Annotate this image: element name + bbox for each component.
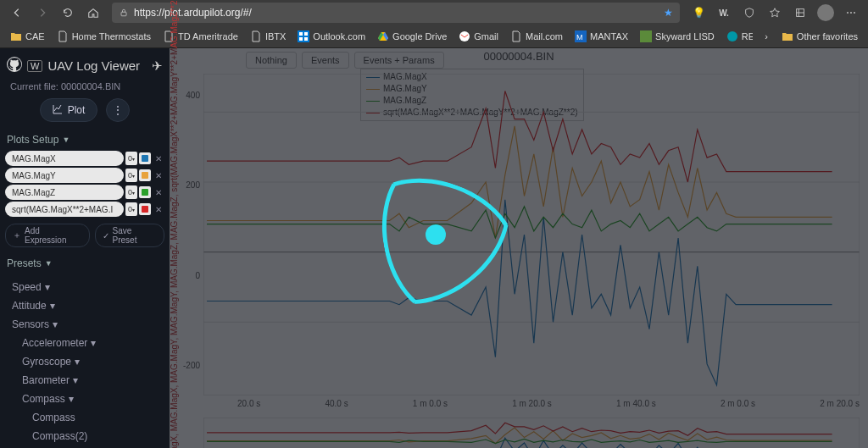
caret-icon: ▾ xyxy=(73,374,78,386)
bookmark-item[interactable]: Gmail xyxy=(453,29,504,44)
refresh-button[interactable] xyxy=(56,1,80,25)
lock-icon xyxy=(119,8,129,18)
caret-icon: ▾ xyxy=(91,337,96,349)
preset-item[interactable]: Gyroscope ▾ xyxy=(5,352,164,371)
delete-expression-button[interactable]: ✕ xyxy=(153,152,164,164)
y-axis-ticks: 4002000-200 xyxy=(175,91,200,370)
plane-icon: ✈ xyxy=(152,58,163,74)
preset-item[interactable]: Compass(2) xyxy=(5,427,164,445)
forward-button[interactable] xyxy=(31,1,54,25)
delete-expression-button[interactable]: ✕ xyxy=(153,186,164,198)
bookmark-item[interactable]: CAE xyxy=(5,29,50,44)
plot-toolbar: Nothing Events Events + Params xyxy=(246,52,444,69)
bookmark-icon: M xyxy=(575,30,587,42)
app-header: W UAV Log Viewer ✈ xyxy=(5,53,164,78)
caret-icon: ▾ xyxy=(53,318,58,330)
bookmark-item[interactable]: Outlook.com xyxy=(292,29,370,44)
bookmark-item[interactable]: REVTRAK xyxy=(721,29,753,44)
wiki-icon[interactable]: W xyxy=(27,60,42,72)
preset-item[interactable]: Attitude ▾ xyxy=(5,296,164,315)
plots-setup-header[interactable]: Plots Setup▼ xyxy=(5,130,164,149)
bookmark-item[interactable]: Home Thermostats xyxy=(52,29,156,44)
expression-row: 0▾✕ xyxy=(5,168,164,183)
svg-rect-17 xyxy=(203,74,860,395)
home-button[interactable] xyxy=(81,1,105,25)
profile-button[interactable] xyxy=(814,1,837,25)
chart-icon xyxy=(53,104,63,117)
app-root: W UAV Log Viewer ✈ Current file: 0000000… xyxy=(0,48,868,448)
preset-item[interactable]: Sensors ▾ xyxy=(5,315,164,334)
github-icon[interactable] xyxy=(7,57,22,75)
app-title: UAV Log Viewer xyxy=(47,58,147,73)
url-text: https://plot.ardupilot.org/#/ xyxy=(134,7,659,19)
svg-text:M: M xyxy=(576,33,583,41)
preset-item[interactable]: Barometer ▾ xyxy=(5,371,164,390)
bookmark-bar: CAEHome ThermostatsTD AmeritradeIBTXOutl… xyxy=(0,25,868,48)
expression-input[interactable] xyxy=(5,168,124,183)
sidebar: W UAV Log Viewer ✈ Current file: 0000000… xyxy=(0,48,170,448)
expression-row: 0▾✕ xyxy=(5,151,164,166)
svg-rect-5 xyxy=(299,37,303,41)
bookmark-item[interactable]: Mail.com xyxy=(505,29,568,44)
color-swatch[interactable] xyxy=(139,169,151,181)
expression-row: 0▾✕ xyxy=(5,202,164,217)
bookmark-item[interactable]: Skyward LISD xyxy=(635,29,720,44)
save-preset-button[interactable]: ✓Save Preset xyxy=(95,224,164,247)
delete-expression-button[interactable]: ✕ xyxy=(153,203,164,215)
svg-point-7 xyxy=(459,31,470,41)
expression-input[interactable] xyxy=(5,151,124,166)
caret-icon: ▾ xyxy=(69,393,74,405)
bookmark-overflow[interactable]: › xyxy=(760,30,773,43)
other-favorites[interactable]: Other favorites xyxy=(776,29,863,44)
address-bar[interactable]: https://plot.ardupilot.org/#/ ★ xyxy=(112,3,680,23)
bookmark-icon xyxy=(640,30,652,42)
ext-lightbulb-icon[interactable]: 💡 xyxy=(687,1,710,25)
plot-menu-button[interactable]: ⋮ xyxy=(106,98,130,122)
ext-w-icon[interactable]: W. xyxy=(712,1,736,25)
main-chart[interactable] xyxy=(203,74,860,395)
bookmark-icon xyxy=(250,30,262,42)
preset-item[interactable]: Compass ▾ xyxy=(5,390,164,408)
axis-select[interactable]: 0▾ xyxy=(125,152,137,165)
bookmark-icon xyxy=(726,30,738,42)
bookmark-item[interactable]: IBTX xyxy=(245,29,291,44)
favorite-star-icon[interactable]: ★ xyxy=(664,7,673,19)
bookmark-item[interactable]: MMANTAX xyxy=(570,29,633,44)
color-swatch[interactable] xyxy=(139,152,151,164)
svg-rect-4 xyxy=(304,32,308,36)
toolbar-events-params[interactable]: Events + Params xyxy=(354,52,444,69)
preset-item[interactable]: Accelerometer ▾ xyxy=(5,334,164,352)
color-swatch[interactable] xyxy=(139,203,151,215)
toolbar-nothing[interactable]: Nothing xyxy=(246,52,297,69)
svg-point-11 xyxy=(727,31,737,41)
svg-rect-10 xyxy=(640,30,652,42)
svg-rect-0 xyxy=(121,12,126,16)
add-expression-button[interactable]: ＋Add Expression xyxy=(5,224,90,247)
bookmark-icon xyxy=(510,30,522,42)
axis-select[interactable]: 0▾ xyxy=(125,202,137,216)
preset-item[interactable]: Compass xyxy=(5,408,164,427)
color-swatch[interactable] xyxy=(139,186,151,198)
more-button[interactable]: ⋯ xyxy=(839,1,863,25)
bookmark-icon xyxy=(57,30,69,42)
axis-select[interactable]: 0▾ xyxy=(125,169,137,182)
x-axis-ticks: 20.0 s40.0 s1 m 0.0 s1 m 20.0 s1 m 40.0 … xyxy=(237,399,860,408)
svg-rect-6 xyxy=(304,37,308,41)
plot-area: 00000004.BIN Nothing Events Events + Par… xyxy=(170,48,868,448)
svg-rect-3 xyxy=(299,32,303,36)
plot-button[interactable]: Plot xyxy=(40,98,98,122)
expression-input[interactable] xyxy=(5,202,124,217)
favorites-button[interactable] xyxy=(763,1,787,25)
range-selector-chart[interactable] xyxy=(203,418,860,448)
toolbar-events[interactable]: Events xyxy=(302,52,349,69)
bookmark-item[interactable]: Google Drive xyxy=(372,29,452,44)
collections-button[interactable] xyxy=(788,1,812,25)
expression-input[interactable] xyxy=(5,185,124,200)
presets-header[interactable]: Presets▼ xyxy=(5,254,164,273)
preset-item[interactable]: Speed ▾ xyxy=(5,278,164,296)
axis-select[interactable]: 0▾ xyxy=(125,185,137,199)
back-button[interactable] xyxy=(5,1,29,25)
delete-expression-button[interactable]: ✕ xyxy=(153,169,164,181)
ext-shield-icon[interactable] xyxy=(737,1,761,25)
expression-row: 0▾✕ xyxy=(5,185,164,200)
